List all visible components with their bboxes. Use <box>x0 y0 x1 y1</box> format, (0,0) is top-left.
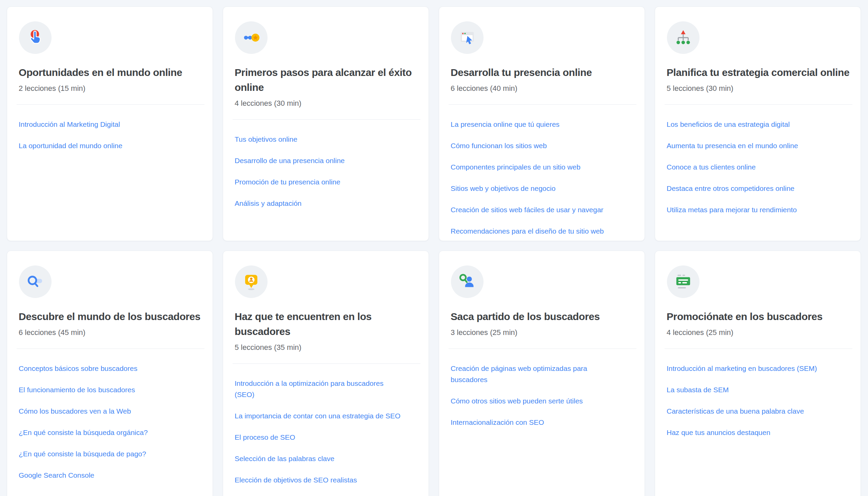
course-meta: 2 lecciones (15 min) <box>19 83 201 94</box>
lesson-link[interactable]: Cómo funcionan los sitios web <box>451 140 633 151</box>
course-title: Desarrolla tu presencia online <box>451 65 633 80</box>
lesson-link[interactable]: Introducción a la optimización para busc… <box>235 378 417 400</box>
course-icon-circle <box>235 21 267 54</box>
lesson-link[interactable]: Sitios web y objetivos de negocio <box>451 183 633 194</box>
ad-listing-icon <box>674 273 692 291</box>
lesson-list: Introducción al Marketing DigitalLa opor… <box>19 119 201 151</box>
lesson-link[interactable]: Utiliza metas para mejorar tu rendimient… <box>667 204 849 215</box>
location-pin-person-icon <box>242 273 260 291</box>
lesson-link[interactable]: Análisis y adaptación <box>235 198 417 209</box>
lesson-item: La subasta de SEM <box>667 384 849 395</box>
lesson-link[interactable]: ¿En qué consiste la búsqueda de pago? <box>19 448 201 460</box>
lesson-link[interactable]: Internacionalización con SEO <box>451 417 633 428</box>
lesson-item: Elección de objetivos de SEO realistas <box>235 474 417 485</box>
lesson-item: Promoción de tu presencia online <box>235 176 417 187</box>
lesson-link[interactable]: Cómo los buscadores ven a la Web <box>19 405 201 417</box>
course-icon-circle <box>667 21 699 54</box>
divider <box>17 105 204 105</box>
lesson-item: Aumenta tu presencia en el mundo online <box>667 140 849 151</box>
lesson-link[interactable]: La oportunidad del mundo online <box>19 140 201 151</box>
lesson-link[interactable]: Desarrollo de una presencia online <box>235 155 417 166</box>
lesson-link[interactable]: La subasta de SEM <box>667 384 849 395</box>
lesson-item: Cómo funcionan los sitios web <box>451 140 633 151</box>
lesson-link[interactable]: Haz que tus anuncios destaquen <box>667 427 849 438</box>
course-meta: 6 lecciones (40 min) <box>451 83 633 94</box>
lesson-item: Conceptos básicos sobre buscadores <box>19 363 201 374</box>
hierarchy-icon <box>674 29 692 47</box>
lesson-item: Utiliza metas para mejorar tu rendimient… <box>667 204 849 215</box>
lesson-item: Sitios web y objetivos de negocio <box>451 183 633 194</box>
lesson-item: La oportunidad del mundo online <box>19 140 201 151</box>
lesson-item: Los beneficios de una estrategia digital <box>667 119 849 130</box>
lesson-item: Cómo los buscadores ven a la Web <box>19 405 201 417</box>
lesson-link[interactable]: Los beneficios de una estrategia digital <box>667 119 849 130</box>
divider <box>17 348 204 349</box>
lesson-item: Haz que tus anuncios destaquen <box>667 427 849 438</box>
lesson-link[interactable]: El funcionamiento de los buscadores <box>19 384 201 395</box>
lesson-link[interactable]: Introducción al Marketing Digital <box>19 119 201 130</box>
lesson-item: Selección de las palabras clave <box>235 453 417 464</box>
lesson-item: Google Search Console <box>19 469 201 481</box>
lesson-link[interactable]: Creación de sitios web fáciles de usar y… <box>451 204 633 215</box>
lesson-item: Introducción a la optimización para busc… <box>235 378 417 400</box>
course-meta: 4 lecciones (25 min) <box>667 327 849 338</box>
lesson-link[interactable]: Cómo otros sitios web pueden serte útile… <box>451 395 633 406</box>
course-title: Planifica tu estrategia comercial online <box>667 65 849 80</box>
lesson-item: Características de una buena palabra cla… <box>667 405 849 417</box>
lesson-item: La presencia online que tú quieres <box>451 119 633 130</box>
lesson-link[interactable]: Google Search Console <box>19 469 201 481</box>
lesson-list: Introducción a la optimización para busc… <box>235 378 417 485</box>
course-meta: 5 lecciones (35 min) <box>235 342 417 353</box>
divider <box>665 348 852 349</box>
course-icon-circle <box>451 265 483 298</box>
lesson-link[interactable]: El proceso de SEO <box>235 432 417 443</box>
lesson-item: Recomendaciones para el diseño de tu sit… <box>451 226 633 237</box>
lesson-link[interactable]: Recomendaciones para el diseño de tu sit… <box>451 226 633 237</box>
lesson-link[interactable]: Destaca entre otros competidores online <box>667 183 849 194</box>
lesson-link[interactable]: Tus objetivos online <box>235 134 417 145</box>
course-title: Saca partido de los buscadores <box>451 309 633 324</box>
lesson-item: El funcionamiento de los buscadores <box>19 384 201 395</box>
lesson-list: La presencia online que tú quieresCómo f… <box>451 119 633 237</box>
lesson-item: Análisis y adaptación <box>235 198 417 209</box>
lesson-link[interactable]: Conceptos básicos sobre buscadores <box>19 363 201 374</box>
course-card: Haz que te encuentren en losbuscadores 5… <box>223 250 429 496</box>
lesson-item: ¿En qué consiste la búsqueda orgánica? <box>19 427 201 438</box>
course-meta: 5 lecciones (30 min) <box>667 83 849 94</box>
course-card: Primeros pasos para alcanzar el éxitoonl… <box>223 6 429 241</box>
lesson-link[interactable]: Aumenta tu presencia en el mundo online <box>667 140 849 151</box>
lesson-list: Los beneficios de una estrategia digital… <box>667 119 849 215</box>
lesson-link[interactable]: Características de una buena palabra cla… <box>667 405 849 417</box>
lesson-list: Conceptos básicos sobre buscadoresEl fun… <box>19 363 201 481</box>
divider <box>665 105 852 105</box>
course-icon-circle <box>451 21 483 54</box>
lesson-item: Creación de sitios web fáciles de usar y… <box>451 204 633 215</box>
lesson-item: Conoce a tus clientes online <box>667 161 849 173</box>
lesson-link[interactable]: Introducción al marketing en buscadores … <box>667 363 849 374</box>
course-icon-circle <box>667 265 699 298</box>
lesson-link[interactable]: La presencia online que tú quieres <box>451 119 633 130</box>
lesson-link[interactable]: Conoce a tus clientes online <box>667 161 849 173</box>
lesson-list: Introducción al marketing en buscadores … <box>667 363 849 438</box>
course-title: Primeros pasos para alcanzar el éxitoonl… <box>235 65 417 95</box>
course-meta: 4 lecciones (30 min) <box>235 98 417 108</box>
course-card: Promociónate en los buscadores 4 leccion… <box>655 250 861 496</box>
lesson-item: Introducción al Marketing Digital <box>19 119 201 130</box>
lesson-link[interactable]: Elección de objetivos de SEO realistas <box>235 474 417 485</box>
lesson-link[interactable]: La importancia de contar con una estrate… <box>235 410 417 421</box>
lesson-item: Introducción al marketing en buscadores … <box>667 363 849 374</box>
lesson-link[interactable]: Promoción de tu presencia online <box>235 176 417 187</box>
course-icon-circle <box>19 265 51 298</box>
search-person-icon <box>458 273 476 291</box>
course-card: Descubre el mundo de los buscadores 6 le… <box>7 250 213 496</box>
lesson-link[interactable]: Componentes principales de un sitio web <box>451 161 633 173</box>
lesson-link[interactable]: Selección de las palabras clave <box>235 453 417 464</box>
lesson-item: Internacionalización con SEO <box>451 417 633 428</box>
lesson-item: El proceso de SEO <box>235 432 417 443</box>
lesson-link[interactable]: ¿En qué consiste la búsqueda orgánica? <box>19 427 201 438</box>
lesson-link[interactable]: Creación de páginas web optimizadas para… <box>451 363 633 385</box>
divider <box>233 363 420 364</box>
lesson-item: Cómo otros sitios web pueden serte útile… <box>451 395 633 406</box>
course-card: Oportunidades en el mundo online 2 lecci… <box>7 6 213 241</box>
course-title: Oportunidades en el mundo online <box>19 65 201 80</box>
